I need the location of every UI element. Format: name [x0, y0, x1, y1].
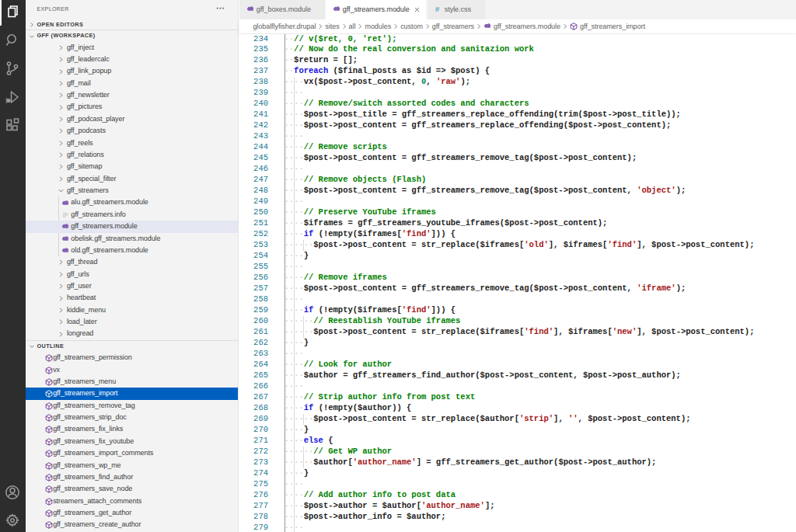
- svg-text:#: #: [435, 5, 440, 13]
